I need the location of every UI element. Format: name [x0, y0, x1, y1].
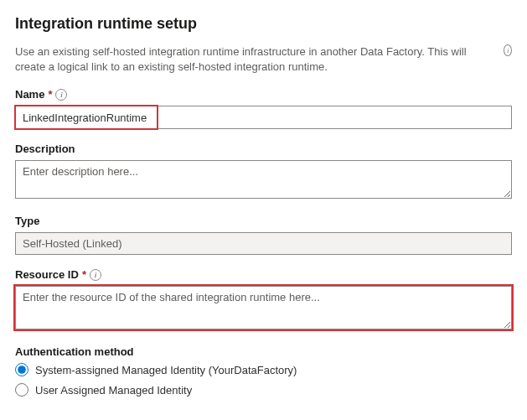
- info-icon: i: [90, 269, 101, 281]
- name-input[interactable]: [16, 106, 511, 128]
- intro-text: Use an existing self-hosted integration …: [15, 44, 497, 75]
- radio-system-assigned[interactable]: [15, 363, 28, 376]
- description-label: Description: [15, 143, 75, 155]
- type-label: Type: [15, 215, 39, 227]
- radio-option-user[interactable]: User Assigned Managed Identity: [15, 383, 512, 397]
- required-asterisk: *: [48, 88, 52, 101]
- radio-user-label[interactable]: User Assigned Managed Identity: [35, 384, 192, 397]
- radio-system-label[interactable]: System-assigned Managed Identity (YourDa…: [35, 364, 297, 376]
- page-title: Integration runtime setup: [15, 15, 512, 33]
- name-input-container[interactable]: [15, 106, 512, 129]
- description-input[interactable]: [15, 160, 512, 199]
- name-label: Name: [15, 88, 44, 101]
- required-asterisk: *: [82, 268, 86, 281]
- resource-id-input[interactable]: [15, 286, 512, 329]
- radio-user-assigned[interactable]: [15, 383, 28, 397]
- info-icon: i: [55, 89, 67, 101]
- info-icon: i: [504, 44, 512, 56]
- auth-method-label: Authentication method: [15, 345, 134, 358]
- radio-option-system[interactable]: System-assigned Managed Identity (YourDa…: [15, 363, 512, 376]
- type-input: [15, 232, 512, 255]
- resource-id-label: Resource ID: [15, 268, 79, 281]
